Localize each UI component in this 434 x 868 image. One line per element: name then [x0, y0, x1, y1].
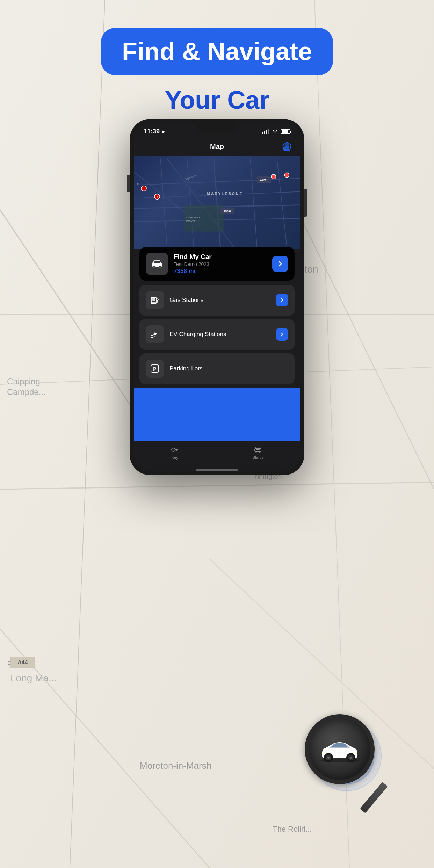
- svg-rect-64: [152, 298, 155, 301]
- time-display: 11:39: [144, 128, 160, 135]
- status-icons: [262, 129, 290, 135]
- nav-item-status[interactable]: Status: [253, 446, 263, 460]
- car-in-magnifier: [317, 735, 362, 763]
- signal-bar-3: [266, 130, 267, 134]
- header: Find & Navigate Your Car: [0, 0, 434, 128]
- nav-item-key[interactable]: Key: [171, 446, 179, 460]
- ev-charging-label: EV Charging Stations: [169, 331, 270, 338]
- svg-line-33: [187, 158, 194, 246]
- svg-line-28: [134, 178, 300, 185]
- ev-charging-icon: [150, 330, 160, 339]
- map-area: MARYLEBONE HYDE PARK ESTATE N A4201 A520…: [134, 156, 300, 249]
- signal-bars: [262, 129, 269, 134]
- header-badge: Find & Navigate: [101, 28, 333, 75]
- car-icon: [151, 259, 163, 269]
- car-nav-icon: [254, 446, 262, 454]
- parking-lots-label: Parking Lots: [169, 365, 288, 372]
- phone-mockup: 11:39 ▶: [130, 119, 304, 475]
- find-car-subtitle: Test Demo 2023: [174, 261, 267, 267]
- phone-inner: 11:39 ▶: [134, 123, 300, 471]
- find-car-arrow-button[interactable]: [272, 256, 288, 272]
- svg-line-36: [277, 158, 287, 246]
- svg-point-76: [255, 451, 257, 453]
- svg-rect-58: [157, 261, 160, 263]
- svg-point-81: [327, 757, 330, 759]
- svg-point-62: [159, 267, 161, 268]
- svg-text:Chipping: Chipping: [7, 377, 40, 386]
- signal-bar-1: [262, 132, 263, 134]
- navigation-arrow-icon: ▶: [162, 129, 165, 134]
- status-time: 11:39 ▶: [144, 128, 165, 135]
- svg-text:HYDE PARK: HYDE PARK: [186, 216, 201, 219]
- svg-point-77: [259, 451, 260, 453]
- svg-text:ESTATE: ESTATE: [186, 220, 195, 223]
- gas-stations-label: Gas Stations: [169, 297, 270, 304]
- gas-stations-item[interactable]: Gas Stations: [139, 285, 295, 316]
- parking-icon-box: P: [146, 360, 164, 378]
- car-icon-box: [146, 253, 168, 275]
- magnifier-handle: [360, 782, 388, 813]
- gas-stations-arrow[interactable]: [276, 294, 288, 306]
- svg-line-38: [167, 158, 233, 246]
- status-nav-label: Status: [253, 455, 263, 460]
- svg-point-66: [151, 335, 153, 338]
- magnifier-lens: [305, 714, 375, 784]
- find-car-info: Find My Car Test Demo 2023 7358 mi: [174, 253, 267, 275]
- wifi-icon: [272, 129, 278, 135]
- find-car-title: Find My Car: [174, 253, 267, 261]
- phone-outer: 11:39 ▶: [130, 119, 304, 475]
- svg-rect-57: [154, 261, 157, 263]
- magnifier-container: [298, 707, 424, 833]
- svg-point-84: [350, 757, 352, 759]
- blue-accent-area: [134, 388, 300, 441]
- svg-line-32: [160, 158, 167, 246]
- svg-line-35: [250, 158, 257, 246]
- svg-point-52: [271, 174, 276, 179]
- diamond-icon[interactable]: [281, 140, 293, 153]
- svg-text:T: T: [143, 188, 145, 190]
- map-streets-svg: MARYLEBONE HYDE PARK ESTATE N A4201 A520…: [134, 156, 300, 249]
- svg-text:P: P: [153, 366, 156, 372]
- phone-notch: [196, 123, 238, 133]
- phone-content: 11:39 ▶: [134, 123, 300, 471]
- svg-text:Campde...: Campde...: [7, 387, 46, 397]
- signal-bar-4: [268, 129, 269, 134]
- find-car-distance: 7358 mi: [174, 268, 267, 275]
- svg-text:Seymour Pl.: Seymour Pl.: [185, 174, 198, 181]
- svg-text:A4201: A4201: [260, 179, 268, 182]
- ev-charging-arrow[interactable]: [276, 328, 288, 341]
- gas-pump-icon: [150, 295, 160, 305]
- svg-rect-86: [323, 752, 325, 754]
- key-nav-label: Key: [172, 455, 178, 460]
- svg-text:MARYLEBONE: MARYLEBONE: [207, 192, 243, 196]
- app-header: Map: [134, 138, 300, 156]
- battery-icon: [281, 129, 290, 134]
- menu-list: Gas Stations: [134, 281, 300, 388]
- svg-point-53: [284, 173, 289, 177]
- svg-text:Long Ma...: Long Ma...: [10, 673, 57, 683]
- svg-point-70: [172, 448, 175, 451]
- svg-text:A44: A44: [17, 659, 28, 665]
- header-badge-text: Find & Navigate: [122, 38, 312, 65]
- battery-fill: [282, 130, 288, 133]
- key-nav-icon: [171, 446, 179, 454]
- find-car-panel[interactable]: Find My Car Test Demo 2023 7358 mi: [139, 247, 295, 281]
- svg-line-34: [214, 158, 220, 246]
- svg-text:N: N: [137, 183, 139, 186]
- svg-text:Moreton-in-Marsh: Moreton-in-Marsh: [140, 760, 211, 771]
- header-subtitle: Your Car: [0, 86, 434, 114]
- svg-text:A5204: A5204: [223, 210, 231, 213]
- svg-text:T: T: [157, 196, 158, 198]
- app-title: Map: [153, 143, 281, 151]
- magnifier-glass: [305, 714, 382, 791]
- ev-charging-icon-box: [146, 325, 164, 343]
- svg-rect-85: [355, 752, 357, 754]
- svg-point-60: [153, 267, 154, 268]
- gas-station-icon-box: [146, 291, 164, 309]
- signal-bar-2: [264, 131, 265, 134]
- parking-lots-item[interactable]: P Parking Lots: [139, 353, 295, 384]
- parking-icon: P: [150, 364, 160, 374]
- bottom-nav: Key Status: [134, 441, 300, 466]
- home-indicator: [196, 469, 238, 471]
- ev-charging-item[interactable]: EV Charging Stations: [139, 319, 295, 350]
